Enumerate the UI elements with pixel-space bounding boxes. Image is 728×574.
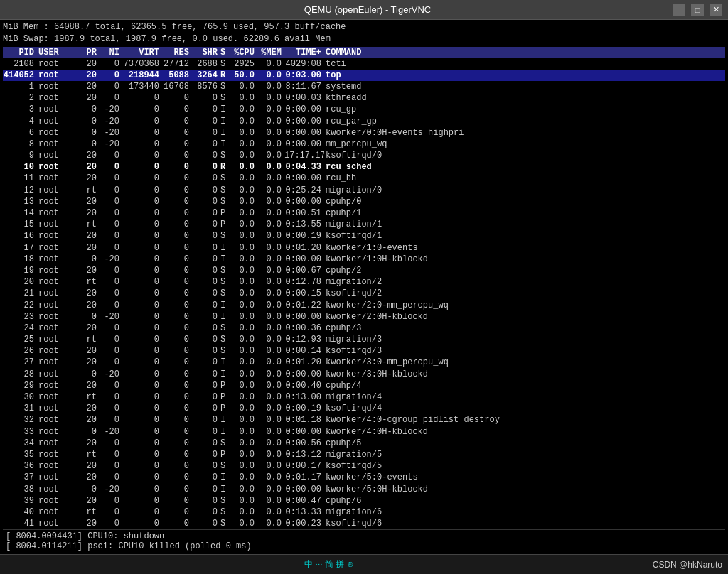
mem-line1: MiB Mem : 64088.7 total, 62365.5 free, 7… bbox=[3, 21, 725, 33]
table-row[interactable]: 4root0-20000I0.00.00:00.00rcu_par_gp bbox=[3, 116, 725, 127]
table-row[interactable]: 34root200000S0.00.00:00.56cpuhp/5 bbox=[3, 438, 725, 449]
table-row[interactable]: 33root0-20000I0.00.00:00.00kworker/4:0H-… bbox=[3, 426, 725, 438]
title-bar-title: QEMU (openEuler) - TigerVNC bbox=[63, 4, 673, 15]
table-row[interactable]: 22root200000I0.00.00:01.22kworker/2:0-mm… bbox=[3, 300, 725, 311]
table-row[interactable]: 26root200000S0.00.00:00.14ksoftirqd/3 bbox=[3, 345, 725, 357]
table-row[interactable]: 40rootrt0000S0.00.00:13.33migration/6 bbox=[3, 507, 725, 518]
terminal[interactable]: MiB Mem : 64088.7 total, 62365.5 free, 7… bbox=[0, 20, 728, 554]
table-row[interactable]: 13root200000S0.00.00:00.00cpuhp/0 bbox=[3, 196, 725, 207]
status-right: CSDN @hkNaruto bbox=[653, 560, 722, 570]
table-row[interactable]: 24root200000S0.00.00:00.36cpuhp/3 bbox=[3, 323, 725, 334]
table-row[interactable]: 21root200000S0.00.00:00.15ksoftirqd/2 bbox=[3, 288, 725, 299]
table-row[interactable]: 29root200000P0.00.00:00.40cpuhp/4 bbox=[3, 380, 725, 391]
table-row[interactable]: 3root0-20000I0.00.00:00.00rcu_gp bbox=[3, 104, 725, 115]
table-row[interactable]: 2root200000S0.00.00:00.03kthreadd bbox=[3, 92, 725, 104]
process-list: 2108root2007370368277122688S29250.04029:… bbox=[3, 58, 725, 530]
status-bar: 中 ··· 简 拼 ⊕ CSDN @hkNaruto bbox=[0, 554, 728, 574]
table-row[interactable]: 28root0-20000I0.00.00:00.00kworker/3:0H-… bbox=[3, 369, 725, 380]
table-row[interactable]: 25rootrt0000S0.00.00:12.93migration/3 bbox=[3, 334, 725, 345]
title-bar: QEMU (openEuler) - TigerVNC — □ ✕ bbox=[0, 0, 728, 20]
table-row[interactable]: 17root200000I0.00.00:01.20kworker/1:0-ev… bbox=[3, 242, 725, 254]
table-row[interactable]: 36root200000S0.00.00:00.17ksoftirqd/5 bbox=[3, 460, 725, 472]
table-row[interactable]: 18root0-20000I0.00.00:00.00kworker/1:0H-… bbox=[3, 254, 725, 265]
table-row[interactable]: 15rootrt0000P0.00.00:13.55migration/1 bbox=[3, 219, 725, 230]
table-row[interactable]: 32root200000I0.00.00:01.18kworker/4:0-cg… bbox=[3, 414, 725, 426]
table-row[interactable]: 38root0-20000I0.00.00:00.00kworker/5:0H-… bbox=[3, 484, 725, 495]
table-row[interactable]: 14root200000P0.00.00:00.51cpuhp/1 bbox=[3, 207, 725, 219]
table-row[interactable]: 6root0-20000I0.00.00:00.00kworker/0:0H-e… bbox=[3, 127, 725, 139]
table-row[interactable]: 11root200000S0.00.00:00.00rcu_bh bbox=[3, 173, 725, 184]
table-row[interactable]: 8root0-20000I0.00.00:00.00mm_percpu_wq bbox=[3, 139, 725, 150]
mem-line2: MiB Swap: 1987.9 total, 1987.9 free, 0.0… bbox=[3, 33, 725, 45]
table-row[interactable]: 37root200000I0.00.00:01.17kworker/5:0-ev… bbox=[3, 472, 725, 483]
table-row[interactable]: 31root200000P0.00.00:00.19ksoftirqd/4 bbox=[3, 403, 725, 414]
close-button[interactable]: ✕ bbox=[710, 4, 722, 16]
maximize-button[interactable]: □ bbox=[691, 4, 704, 16]
mem-info: MiB Mem : 64088.7 total, 62365.5 free, 7… bbox=[3, 21, 725, 45]
table-row[interactable]: 19root200000S0.00.00:00.67cpuhp/2 bbox=[3, 265, 725, 276]
process-header: PID USER PR NI VIRT RES SHR S %CPU %MEM … bbox=[3, 47, 725, 58]
table-row[interactable]: 2108root2007370368277122688S29250.04029:… bbox=[3, 58, 725, 70]
bottom-messages: [ 8004.0094431] CPU10: shutdown [ 8004.0… bbox=[3, 529, 725, 554]
minimize-button[interactable]: — bbox=[673, 4, 685, 16]
table-row[interactable]: 1root200173440167688576S0.00.08:11.67sys… bbox=[3, 81, 725, 92]
table-row[interactable]: 41root200000S0.00.00:00.23ksoftirqd/6 bbox=[3, 518, 725, 529]
table-row[interactable]: 20rootrt0000S0.00.00:12.78migration/2 bbox=[3, 276, 725, 288]
table-row[interactable]: 9root200000S0.00.017:17.17ksoftirqd/0 bbox=[3, 150, 725, 161]
title-bar-controls: — □ ✕ bbox=[673, 4, 722, 16]
bottom-line2: [ 8004.0114211] psci: CPU10 killed (poll… bbox=[6, 541, 722, 551]
table-row[interactable]: 12rootrt0000S0.00.00:25.24migration/0 bbox=[3, 185, 725, 196]
window-container: QEMU (openEuler) - TigerVNC — □ ✕ MiB Me… bbox=[0, 0, 728, 574]
table-row[interactable]: 35rootrt0000P0.00.00:13.12migration/5 bbox=[3, 449, 725, 460]
bottom-line1: [ 8004.0094431] CPU10: shutdown bbox=[6, 531, 722, 541]
table-row[interactable]: 39root200000S0.00.00:00.47cpuhp/6 bbox=[3, 495, 725, 507]
table-row[interactable]: 414052root20021894450883264R50.00.00:03.… bbox=[3, 70, 725, 81]
table-row[interactable]: 10root200000R0.00.00:04.33rcu_sched bbox=[3, 161, 725, 173]
table-row[interactable]: 27root200000I0.00.00:01.20kworker/3:0-mm… bbox=[3, 357, 725, 368]
ime-indicators[interactable]: 中 ··· 简 拼 ⊕ bbox=[304, 558, 353, 570]
table-row[interactable]: 16root200000S0.00.00:00.19ksoftirqd/1 bbox=[3, 230, 725, 242]
table-row[interactable]: 23root0-20000I0.00.00:00.00kworker/2:0H-… bbox=[3, 311, 725, 323]
table-row[interactable]: 30rootrt0000P0.00.00:13.00migration/4 bbox=[3, 391, 725, 403]
